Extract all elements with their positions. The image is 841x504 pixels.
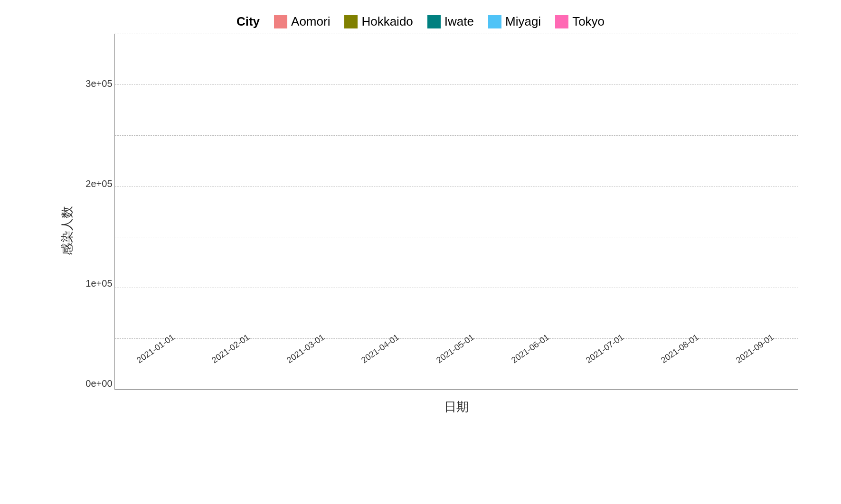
miyagi-label: Miyagi — [505, 14, 541, 29]
aomori-label: Aomori — [291, 14, 330, 29]
x-labels: 2021-01-012021-02-012021-03-012021-04-01… — [115, 354, 798, 389]
y-label-300k: 3e+05 — [75, 78, 113, 89]
hokkaido-label: Hokkaido — [361, 14, 413, 29]
y-label-100k: 1e+05 — [75, 278, 113, 289]
iwate-label: Iwate — [444, 14, 474, 29]
legend-miyagi: Miyagi — [488, 14, 541, 29]
legend-aomori: Aomori — [274, 14, 330, 29]
iwate-color-box — [427, 15, 441, 28]
legend-title: City — [236, 14, 260, 29]
y-labels: 3e+05 2e+05 1e+05 0e+00 — [75, 34, 113, 389]
legend-title-text: City — [236, 14, 260, 29]
x-axis-title: 日期 — [444, 399, 469, 415]
legend: City Aomori Hokkaido Iwate Miyagi Tokyo — [236, 14, 605, 29]
chart-inner: 3e+05 2e+05 1e+05 0e+00 2021-01-012021-0… — [114, 34, 798, 390]
tokyo-label: Tokyo — [572, 14, 605, 29]
y-label-0k: 0e+00 — [75, 378, 113, 389]
legend-hokkaido: Hokkaido — [344, 14, 413, 29]
legend-iwate: Iwate — [427, 14, 474, 29]
hokkaido-color-box — [344, 15, 358, 28]
tokyo-color-box — [555, 15, 568, 28]
chart-area: 感染人数 3e+05 — [72, 34, 808, 428]
chart-container: City Aomori Hokkaido Iwate Miyagi Tokyo … — [0, 0, 841, 504]
y-label-200k: 2e+05 — [75, 178, 113, 189]
y-axis-title: 感染人数 — [58, 206, 75, 255]
aomori-color-box — [274, 15, 287, 28]
miyagi-color-box — [488, 15, 501, 28]
legend-tokyo: Tokyo — [555, 14, 605, 29]
